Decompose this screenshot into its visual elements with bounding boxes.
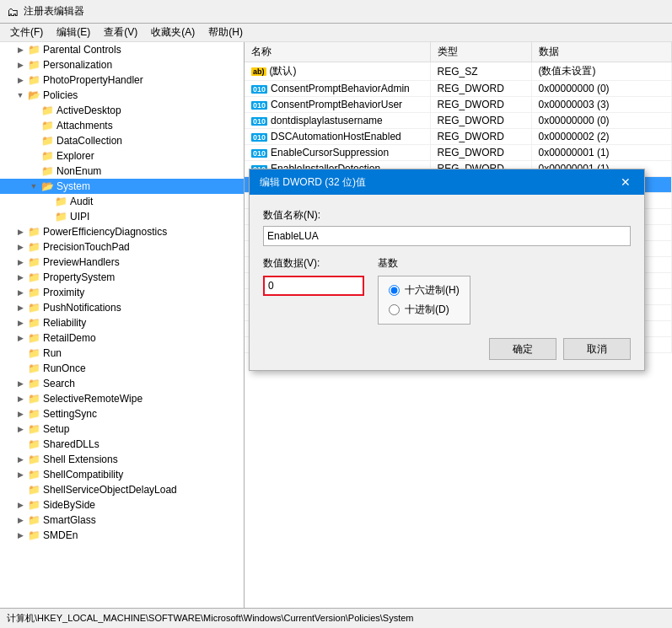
tree-item-photoproperty[interactable]: 📁PhotoPropertyHandler xyxy=(0,72,244,88)
tree-item-pushnotifications[interactable]: 📁PushNotifications xyxy=(0,300,244,315)
tree-arrow xyxy=(13,76,27,84)
menu-item-edit[interactable]: 编辑(E) xyxy=(50,24,97,41)
tree-item-run[interactable]: 📁Run xyxy=(0,346,244,361)
tree-item-setup[interactable]: 📁Setup xyxy=(0,421,244,437)
radio-dec[interactable] xyxy=(389,304,400,315)
menu-item-favorites[interactable]: 收藏夹(A) xyxy=(144,24,202,41)
tree-item-explorer[interactable]: 📁Explorer xyxy=(0,148,244,164)
dialog-buttons: 确定 取消 xyxy=(263,338,631,360)
value-section: 数值数据(V): xyxy=(263,256,364,325)
tree-item-smden[interactable]: 📁SMDEn xyxy=(0,528,244,543)
tree-arrow xyxy=(13,228,27,236)
tree-item-personalization[interactable]: 📁Personalization xyxy=(0,57,244,72)
tree-item-propertysystem[interactable]: 📁PropertySystem xyxy=(0,270,244,285)
radio-hex-text: 十六进制(H) xyxy=(405,283,460,298)
tree-arrow xyxy=(13,410,27,418)
status-path: 计算机\HKEY_LOCAL_MACHINE\SOFTWARE\Microsof… xyxy=(7,612,414,625)
tree-item-reliability[interactable]: 📁Reliability xyxy=(0,315,244,330)
tree-item-attachments[interactable]: 📁Attachments xyxy=(0,118,244,133)
tree-label: Explorer xyxy=(56,150,94,162)
tree-item-runonce[interactable]: 📁RunOnce xyxy=(0,361,244,376)
tree-label: SmartGlass xyxy=(43,514,96,526)
menu-item-file[interactable]: 文件(F) xyxy=(3,24,50,41)
dialog-value-row: 数值数据(V): 基数 十六进制(H) 十进制(D) xyxy=(263,256,631,325)
name-label: 数值名称(N): xyxy=(263,208,631,223)
cell-data: 0x00000002 (2) xyxy=(531,129,672,145)
ok-button[interactable]: 确定 xyxy=(489,338,556,360)
tree-item-system[interactable]: 📂System xyxy=(0,179,244,194)
tree-item-shareddlls[interactable]: 📁SharedDLLs xyxy=(0,437,244,452)
col-data: 数据 xyxy=(531,42,672,62)
tree-arrow xyxy=(13,303,27,312)
table-row[interactable]: 010ConsentPromptBehaviorAdmin REG_DWORD … xyxy=(245,81,672,97)
tree-item-selectiveremotewipe[interactable]: 📁SelectiveRemoteWipe xyxy=(0,391,244,406)
folder-icon: 📁 xyxy=(27,392,40,405)
cell-type: REG_DWORD xyxy=(430,97,531,113)
tree-item-sidebyside[interactable]: 📁SideBySide xyxy=(0,497,244,513)
table-row[interactable]: 010dontdisplaylastusername REG_DWORD 0x0… xyxy=(245,113,672,129)
edit-dword-dialog[interactable]: 编辑 DWORD (32 位)值 ✕ 数值名称(N): 数值数据(V): 基数 … xyxy=(249,169,645,371)
folder-icon: 📁 xyxy=(27,286,40,299)
tree-label: SelectiveRemoteWipe xyxy=(43,393,142,405)
folder-icon: 📁 xyxy=(27,529,40,542)
tree-item-shellservicedelay[interactable]: 📁ShellServiceObjectDelayLoad xyxy=(0,482,244,497)
folder-icon: 📁 xyxy=(27,346,40,360)
value-input[interactable] xyxy=(263,276,364,296)
tree-arrow xyxy=(13,243,27,251)
tree-label: Search xyxy=(43,378,75,389)
tree-item-previewhandlers[interactable]: 📁PreviewHandlers xyxy=(0,255,244,270)
tree-item-shell-extensions[interactable]: 📁Shell Extensions xyxy=(0,452,244,467)
cell-data: 0x00000001 (1) xyxy=(531,145,672,161)
tree-arrow xyxy=(13,531,27,539)
cell-name: ab)(默认) xyxy=(245,62,430,81)
tree-label: Personalization xyxy=(43,59,112,71)
tree-panel[interactable]: 📁Parental Controls📁Personalization📁Photo… xyxy=(0,42,245,608)
menu-item-view[interactable]: 查看(V) xyxy=(97,24,144,41)
dialog-close-button[interactable]: ✕ xyxy=(617,174,634,191)
app-title: 注册表编辑器 xyxy=(24,4,84,19)
reg-type-icon: 010 xyxy=(251,117,267,126)
table-row[interactable]: ab)(默认) REG_SZ (数值未设置) xyxy=(245,62,672,81)
tree-item-shellcompat[interactable]: 📁ShellCompatibility xyxy=(0,467,244,482)
tree-item-search[interactable]: 📁Search xyxy=(0,376,244,391)
tree-item-proximity[interactable]: 📁Proximity xyxy=(0,285,244,300)
tree-arrow xyxy=(13,501,27,509)
folder-icon: 📁 xyxy=(27,498,40,512)
table-row[interactable]: 010EnableCursorSuppression REG_DWORD 0x0… xyxy=(245,145,672,161)
base-label: 基数 xyxy=(378,256,470,271)
menu-bar: 文件(F)编辑(E)查看(V)收藏夹(A)帮助(H) xyxy=(0,24,672,42)
tree-item-datacollection[interactable]: 📁DataCollection xyxy=(0,133,244,148)
radio-hex[interactable] xyxy=(389,285,400,296)
folder-icon: 📁 xyxy=(27,407,40,421)
folder-icon: 📁 xyxy=(27,225,40,239)
tree-item-powerefficiency[interactable]: 📁PowerEfficiencyDiagnostics xyxy=(0,224,244,239)
tree-arrow xyxy=(13,395,27,403)
radio-hex-label[interactable]: 十六进制(H) xyxy=(389,283,460,298)
radio-dec-label[interactable]: 十进制(D) xyxy=(389,303,460,317)
folder-icon: 📁 xyxy=(27,453,40,466)
tree-item-audit[interactable]: 📁Audit xyxy=(0,194,244,209)
status-bar: 计算机\HKEY_LOCAL_MACHINE\SOFTWARE\Microsof… xyxy=(0,608,672,628)
tree-item-policies[interactable]: 📂Policies xyxy=(0,88,244,103)
folder-icon: 📁 xyxy=(27,437,40,451)
cell-type: REG_SZ xyxy=(430,62,531,81)
cancel-button[interactable]: 取消 xyxy=(563,338,631,360)
table-row[interactable]: 010ConsentPromptBehaviorUser REG_DWORD 0… xyxy=(245,97,672,113)
cell-name: 010DSCAutomationHostEnabled xyxy=(245,129,430,145)
tree-item-parental-controls[interactable]: 📁Parental Controls xyxy=(0,42,244,57)
tree-item-smartglass[interactable]: 📁SmartGlass xyxy=(0,513,244,528)
menu-item-help[interactable]: 帮助(H) xyxy=(202,24,250,41)
tree-item-nonenum[interactable]: 📁NonEnum xyxy=(0,164,244,179)
tree-item-precisiontouchpad[interactable]: 📁PrecisionTouchPad xyxy=(0,239,244,255)
tree-item-uipi[interactable]: 📁UIPI xyxy=(0,209,244,224)
folder-icon: 📁 xyxy=(40,104,54,117)
folder-icon: 📁 xyxy=(27,240,40,254)
cell-data: 0x00000003 (3) xyxy=(531,97,672,113)
tree-item-activedesktop[interactable]: 📁ActiveDesktop xyxy=(0,103,244,118)
table-row[interactable]: 010DSCAutomationHostEnabled REG_DWORD 0x… xyxy=(245,129,672,145)
folder-icon: 📁 xyxy=(54,210,67,223)
name-input[interactable] xyxy=(263,226,631,246)
tree-item-retaildemo[interactable]: 📁RetailDemo xyxy=(0,330,244,346)
tree-item-settingsync[interactable]: 📁SettingSync xyxy=(0,406,244,421)
tree-arrow xyxy=(13,516,27,524)
